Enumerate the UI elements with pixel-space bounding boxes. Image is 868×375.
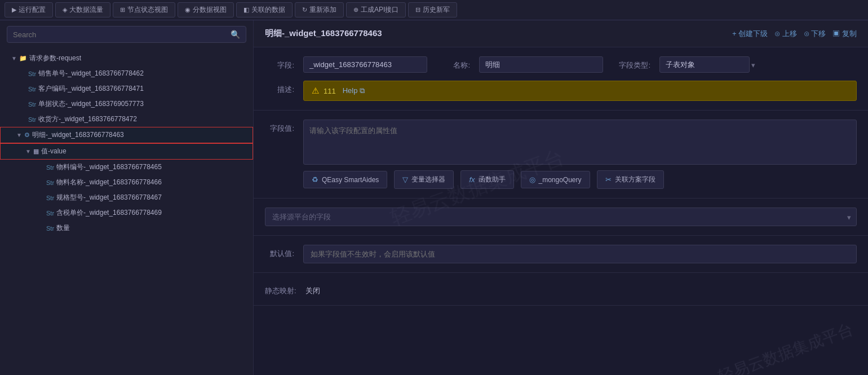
nav-tab-re-add[interactable]: ↻ 重新添加 bbox=[295, 2, 344, 17]
tree-item-tax-price-label: 含税单价-_widget_1683766778469 bbox=[56, 208, 162, 218]
field-value-section: 字段值: ♻ QEasy SmartAides ▽ 变量选择器 fx bbox=[254, 111, 868, 198]
nav-tab-history[interactable]: ⊟ 历史新军 bbox=[408, 2, 457, 17]
name-label: 名称: bbox=[441, 56, 470, 70]
field-value-row: 字段值: ♻ QEasy SmartAides ▽ 变量选择器 fx bbox=[265, 120, 857, 189]
tree-item-receiver-label: 收货方-_widget_1683766778472 bbox=[38, 114, 137, 124]
detail-header: 明细-_widget_1683766778463 + 创建下级 ⊙ 上移 ⊙ 下… bbox=[254, 20, 868, 47]
move-up-button[interactable]: ⊙ 上移 bbox=[774, 29, 797, 39]
nav-tab-history-label: 历史新军 bbox=[423, 5, 450, 15]
tree-item-value[interactable]: ▼ ▦ 值-value bbox=[0, 143, 253, 160]
move-down-button[interactable]: ⊙ 下移 bbox=[804, 29, 826, 39]
warning-banner: ⚠ 111 Help ⧉ bbox=[303, 81, 857, 101]
variable-icon: ▽ bbox=[402, 175, 408, 184]
type-str-4: Str bbox=[28, 116, 36, 123]
tree-item-order-status[interactable]: Str 单据状态-_widget_1683769057773 bbox=[0, 96, 253, 112]
tree-item-customer-code-label: 客户编码-_widget_1683766778471 bbox=[38, 84, 144, 94]
related-field-button[interactable]: ✂ 关联方案字段 bbox=[597, 170, 664, 189]
type-str-9: Str bbox=[46, 225, 54, 232]
tree-root-label: 请求参数-request bbox=[29, 54, 81, 63]
nav-tab-create-api-label: 工成API接口 bbox=[361, 5, 398, 15]
default-value-row: 默认值: bbox=[265, 245, 857, 263]
static-mapping-section: 静态映射: 关闭 bbox=[254, 273, 868, 306]
right-panel: 明细-_widget_1683766778463 + 创建下级 ⊙ 上移 ⊙ 下… bbox=[254, 20, 868, 375]
tree-item-quantity[interactable]: Str 数量 bbox=[0, 220, 253, 236]
tree-item-mingxi-label: 明细-_widget_1683766778463 bbox=[32, 130, 124, 140]
re-add-icon: ↻ bbox=[302, 6, 307, 14]
folder-icon: 📁 bbox=[19, 55, 27, 62]
header-actions: + 创建下级 ⊙ 上移 ⊙ 下移 ▣ 复制 bbox=[732, 29, 857, 39]
create-api-icon: ⊕ bbox=[353, 6, 358, 14]
nav-tab-node-status-label: 节点状态视图 bbox=[127, 5, 168, 15]
mongo-query-button[interactable]: ◎ _mongoQuery bbox=[521, 171, 590, 188]
search-box: 🔍 bbox=[7, 26, 246, 43]
run-config-icon: ▶ bbox=[12, 6, 16, 14]
nav-tab-big-data[interactable]: ◈ 大数据流量 bbox=[55, 2, 110, 17]
type-str-6: Str bbox=[46, 179, 54, 186]
field-input[interactable] bbox=[303, 56, 427, 73]
nav-tab-node-status[interactable]: ⊞ 节点状态视图 bbox=[113, 2, 175, 17]
value-arrow: ▼ bbox=[25, 148, 33, 155]
static-mapping-value: 关闭 bbox=[305, 282, 320, 296]
field-row: 字段: 名称: 字段类型: 子表对象 bbox=[265, 56, 857, 73]
top-nav: ▶ 运行配置 ◈ 大数据流量 ⊞ 节点状态视图 ◉ 分数据视图 ◧ 关联的数据 … bbox=[0, 0, 868, 20]
big-data-icon: ◈ bbox=[63, 6, 67, 14]
function-icon: fx bbox=[469, 175, 475, 184]
search-input[interactable] bbox=[13, 30, 231, 39]
search-button[interactable]: 🔍 bbox=[231, 30, 240, 39]
help-link[interactable]: Help ⧉ bbox=[343, 86, 365, 95]
tree-item-material-code[interactable]: Str 物料编号-_widget_1683766778465 bbox=[0, 160, 253, 175]
root-arrow: ▼ bbox=[11, 55, 19, 61]
mingxi-arrow: ▼ bbox=[16, 132, 24, 138]
field-value-textarea[interactable] bbox=[303, 120, 857, 165]
tree-item-quantity-label: 数量 bbox=[56, 223, 70, 233]
source-platform-row: 选择源平台的字段 bbox=[265, 208, 857, 226]
qeasy-smartaides-button[interactable]: ♻ QEasy SmartAides bbox=[303, 171, 387, 188]
tree-item-receiver[interactable]: Str 收货方-_widget_1683766778472 bbox=[0, 112, 253, 127]
type-str-1: Str bbox=[28, 70, 36, 77]
type-str-3: Str bbox=[28, 101, 36, 108]
value-icon: ▦ bbox=[33, 148, 39, 155]
nav-tab-re-add-label: 重新添加 bbox=[309, 5, 336, 15]
warning-icon: ⚠ bbox=[312, 86, 319, 96]
related-field-icon: ✂ bbox=[605, 175, 612, 184]
copy-button[interactable]: ▣ 复制 bbox=[832, 29, 857, 39]
main-layout: 🔍 ▼ 📁 请求参数-request Str 销售单号-_widget_1683… bbox=[0, 20, 868, 375]
mongo-icon: ◎ bbox=[529, 175, 535, 184]
type-str-7: Str bbox=[46, 195, 54, 201]
field-info-section: 字段: 名称: 字段类型: 子表对象 描述: ⚠ 111 Hel bbox=[254, 47, 868, 111]
nav-tab-data-view[interactable]: ◉ 分数据视图 bbox=[178, 2, 234, 17]
name-input[interactable] bbox=[479, 56, 603, 73]
source-platform-select[interactable]: 选择源平台的字段 bbox=[265, 208, 857, 226]
tree-item-tax-price[interactable]: Str 含税单价-_widget_1683766778469 bbox=[0, 205, 253, 220]
related-icon: ◧ bbox=[243, 6, 249, 14]
data-view-icon: ◉ bbox=[185, 6, 191, 14]
tree-item-sales-no[interactable]: Str 销售单号-_widget_1683766778462 bbox=[0, 66, 253, 81]
type-str-8: Str bbox=[46, 210, 54, 217]
tree-container: ▼ 📁 请求参数-request Str 销售单号-_widget_168376… bbox=[0, 48, 253, 375]
nav-tab-related[interactable]: ◧ 关联的数据 bbox=[236, 2, 293, 17]
tree-root[interactable]: ▼ 📁 请求参数-request bbox=[0, 51, 253, 66]
tree-item-spec-model[interactable]: Str 规格型号-_widget_1683766778467 bbox=[0, 190, 253, 205]
tree-item-mingxi[interactable]: ▼ ⚙ 明细-_widget_1683766778463 bbox=[0, 127, 253, 143]
default-value-section: 默认值: bbox=[254, 236, 868, 273]
static-mapping-row: 静态映射: 关闭 bbox=[265, 282, 857, 296]
mingxi-icon: ⚙ bbox=[24, 131, 30, 139]
tree-item-value-label: 值-value bbox=[41, 147, 67, 156]
variable-selector-button[interactable]: ▽ 变量选择器 bbox=[394, 170, 454, 189]
tree-item-material-name[interactable]: Str 物料名称-_widget_1683766778466 bbox=[0, 175, 253, 190]
nav-tab-run-config[interactable]: ▶ 运行配置 bbox=[5, 2, 53, 17]
warning-text: 111 bbox=[324, 87, 336, 95]
source-platform-section: 选择源平台的字段 bbox=[254, 198, 868, 236]
nav-tab-big-data-label: 大数据流量 bbox=[69, 5, 103, 15]
qeasy-icon: ♻ bbox=[312, 175, 318, 184]
description-label: 描述: bbox=[265, 81, 294, 95]
function-helper-button[interactable]: fx 函数助手 bbox=[460, 170, 513, 189]
detail-title: 明细-_widget_1683766778463 bbox=[265, 28, 382, 39]
tree-item-customer-code[interactable]: Str 客户编码-_widget_1683766778471 bbox=[0, 81, 253, 96]
field-type-select[interactable]: 子表对象 bbox=[659, 56, 750, 73]
action-buttons-row: ♻ QEasy SmartAides ▽ 变量选择器 fx 函数助手 ◎ bbox=[303, 170, 857, 189]
default-value-input[interactable] bbox=[303, 245, 857, 263]
nav-tab-create-api[interactable]: ⊕ 工成API接口 bbox=[346, 2, 406, 17]
create-child-button[interactable]: + 创建下级 bbox=[732, 29, 768, 39]
tree-item-sales-no-label: 销售单号-_widget_1683766778462 bbox=[38, 69, 144, 78]
